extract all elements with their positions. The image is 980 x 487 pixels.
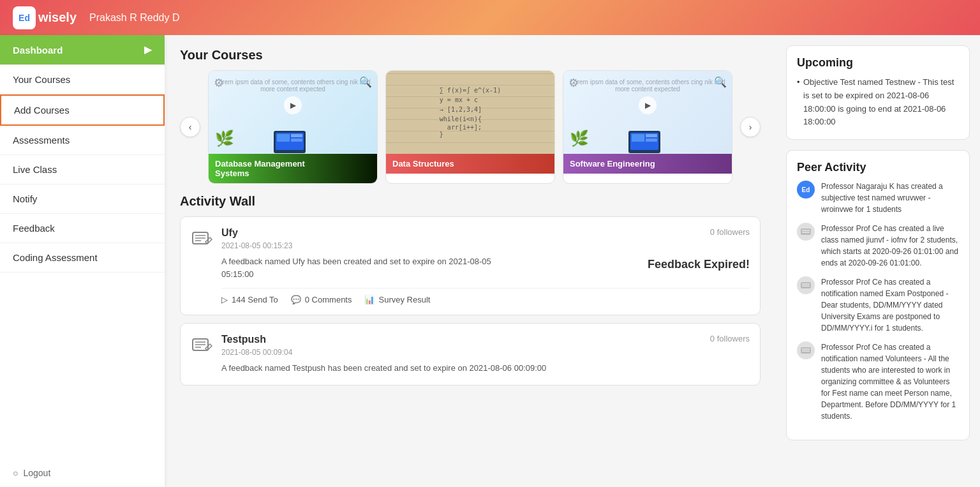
sidebar-item-assessments[interactable]: Assessments xyxy=(0,126,165,155)
peer-text-1: Professor Prof Ce has created a live cla… xyxy=(821,223,959,269)
peer-icon-svg xyxy=(800,226,812,237)
app-layout: Dashboard ▶ Your Courses Add Courses Ass… xyxy=(0,35,980,487)
sidebar-item-label: Add Courses xyxy=(14,105,70,116)
comments-button[interactable]: 💬 0 Comments xyxy=(291,295,352,304)
sidebar-item-label: Dashboard xyxy=(13,45,63,56)
sidebar-item-label: Coding Assessment xyxy=(13,252,98,263)
logout-button[interactable]: ○ Logout xyxy=(0,459,165,487)
chevron-right-icon: ▶ xyxy=(144,44,152,56)
gear-icon: ⚙ xyxy=(214,76,224,90)
peer-text-0: Professor Nagaraju K has created a subje… xyxy=(821,181,959,215)
sidebar: Dashboard ▶ Your Courses Add Courses Ass… xyxy=(0,35,165,487)
sidebar-item-live-class[interactable]: Live Class xyxy=(0,155,165,184)
survey-label: Survey Result xyxy=(378,295,430,304)
course-card-se[interactable]: ⚙ 🔍 ONLINE COURSES Lorem ipsm data of so… xyxy=(563,70,732,184)
course-card-ds[interactable]: ∑ f(x)=∫ e^(x-1) y = mx + c → [1,2,3,4] … xyxy=(385,70,555,184)
send-to-label: 144 Send To xyxy=(232,295,278,304)
sidebar-item-label: Assessments xyxy=(13,135,70,146)
course-badge: ONLINE COURSES xyxy=(613,71,681,75)
sidebar-item-your-courses[interactable]: Your Courses xyxy=(0,65,165,94)
sidebar-item-notify[interactable]: Notify xyxy=(0,184,165,214)
course-card-image: ⚙ 🔍 ONLINE COURSES Lorem ipsm data of so… xyxy=(563,71,732,154)
peer-text-3: Professor Prof Ce has created a notifica… xyxy=(821,341,959,422)
course-card-label: Data Structures xyxy=(386,154,554,174)
activity-wall-section: Activity Wall U xyxy=(180,194,761,474)
right-panel: Upcoming Objective Test named Testnew - … xyxy=(776,35,980,487)
survey-result-button[interactable]: 📊 Survey Result xyxy=(364,295,430,304)
main-content: Your Courses ‹ ⚙ 🔍 ONLINE COURSES Lorem … xyxy=(165,35,776,487)
upcoming-title: Upcoming xyxy=(797,56,959,70)
carousel-next-button[interactable]: › xyxy=(740,117,761,137)
activity-footer: ▷ 144 Send To 💬 0 Comments 📊 Survey Resu… xyxy=(221,288,750,304)
sidebar-item-label: Notify xyxy=(13,193,37,204)
logo: Ed wisely xyxy=(13,6,77,29)
activity-card-testpush: Testpush 0 followers 2021-08-05 00:09:04… xyxy=(180,323,761,386)
search-icon: 🔍 xyxy=(359,76,372,88)
logout-label: Logout xyxy=(23,468,50,478)
sidebar-item-feedback[interactable]: Feedback xyxy=(0,214,165,243)
activity-date: 2021-08-05 00:15:23 xyxy=(221,241,750,250)
activity-description: A feedback named Testpush has been creat… xyxy=(221,362,750,375)
peer-avatar-1 xyxy=(797,223,815,241)
activity-card-body: Testpush 0 followers 2021-08-05 00:09:04… xyxy=(191,334,750,375)
peer-icon-svg xyxy=(800,345,812,356)
peer-avatar-0: Ed xyxy=(797,181,815,199)
survey-icon: 📊 xyxy=(364,295,375,304)
sidebar-item-add-courses[interactable]: Add Courses xyxy=(0,94,165,126)
activity-card-icon xyxy=(191,334,214,375)
activity-description: A feedback named Ufy has been created an… xyxy=(221,255,512,280)
activity-followers: 0 followers xyxy=(710,334,750,343)
play-button[interactable]: ▶ xyxy=(639,96,657,114)
courses-section: Your Courses ‹ ⚙ 🔍 ONLINE COURSES Lorem … xyxy=(180,48,761,184)
logo-ed: Ed xyxy=(19,13,30,23)
activity-title: Ufy xyxy=(221,227,238,239)
upcoming-item-0: Objective Test named Testnew - This test… xyxy=(797,76,959,129)
sidebar-item-label: Live Class xyxy=(13,164,57,175)
courses-carousel: ‹ ⚙ 🔍 ONLINE COURSES Lorem ipsm data of … xyxy=(180,70,761,184)
sidebar-item-coding-assessment[interactable]: Coding Assessment xyxy=(0,243,165,273)
course-card-image: ∑ f(x)=∫ e^(x-1) y = mx + c → [1,2,3,4] … xyxy=(386,71,554,154)
logout-icon: ○ xyxy=(13,468,18,478)
comment-icon: 💬 xyxy=(291,295,301,304)
activity-main: A feedback named Ufy has been created an… xyxy=(221,255,750,280)
course-card-label: Database ManagementSystems xyxy=(209,154,377,183)
course-subtitle: Lorem ipsm data of some, contents others… xyxy=(209,79,377,93)
svg-rect-4 xyxy=(291,139,302,142)
svg-rect-3 xyxy=(291,134,302,137)
comments-label: 0 Comments xyxy=(305,295,352,304)
notebook-content: ∑ f(x)=∫ e^(x-1) y = mx + c → [1,2,3,4] … xyxy=(434,82,506,143)
sidebar-item-label: Your Courses xyxy=(13,74,70,85)
svg-rect-22 xyxy=(801,229,811,235)
peer-activity-card: Peer Activity Ed Professor Nagaraju K ha… xyxy=(786,150,970,440)
course-card-dbms[interactable]: ⚙ 🔍 ONLINE COURSES Lorem ipsm data of so… xyxy=(208,70,378,184)
play-button[interactable]: ▶ xyxy=(284,96,302,114)
plant-icon: 🌿 xyxy=(570,130,589,147)
send-icon: ▷ xyxy=(221,295,228,304)
activity-header: Testpush 0 followers xyxy=(221,334,750,345)
course-card-image: ⚙ 🔍 ONLINE COURSES Lorem ipsm data of so… xyxy=(209,71,377,154)
svg-rect-28 xyxy=(801,347,811,354)
activity-followers: 0 followers xyxy=(710,227,750,237)
header-username: Prakash R Reddy D xyxy=(89,12,179,24)
feedback-icon xyxy=(191,334,214,357)
carousel-prev-button[interactable]: ‹ xyxy=(180,117,200,137)
logo-icon: Ed xyxy=(13,6,36,29)
activity-title: Testpush xyxy=(221,334,266,345)
peer-item-2: Professor Prof Ce has created a notifica… xyxy=(797,276,959,334)
course-illustration xyxy=(271,118,315,154)
peer-avatar-3 xyxy=(797,341,815,359)
peer-item-3: Professor Prof Ce has created a notifica… xyxy=(797,341,959,422)
svg-rect-2 xyxy=(277,134,290,142)
sidebar-item-dashboard[interactable]: Dashboard ▶ xyxy=(0,35,165,65)
activity-date: 2021-08-05 00:09:04 xyxy=(221,348,750,357)
logo-wisely: wisely xyxy=(38,10,77,25)
activity-wall-title: Activity Wall xyxy=(180,194,761,209)
courses-section-title: Your Courses xyxy=(180,48,761,63)
header: Ed wisely Prakash R Reddy D xyxy=(0,0,980,35)
svg-rect-11 xyxy=(646,139,657,142)
course-badge: ONLINE COURSES xyxy=(258,71,327,75)
svg-rect-10 xyxy=(646,134,657,137)
activity-card-content: Testpush 0 followers 2021-08-05 00:09:04… xyxy=(221,334,750,375)
peer-icon-svg xyxy=(800,280,812,291)
send-to-button[interactable]: ▷ 144 Send To xyxy=(221,295,278,304)
